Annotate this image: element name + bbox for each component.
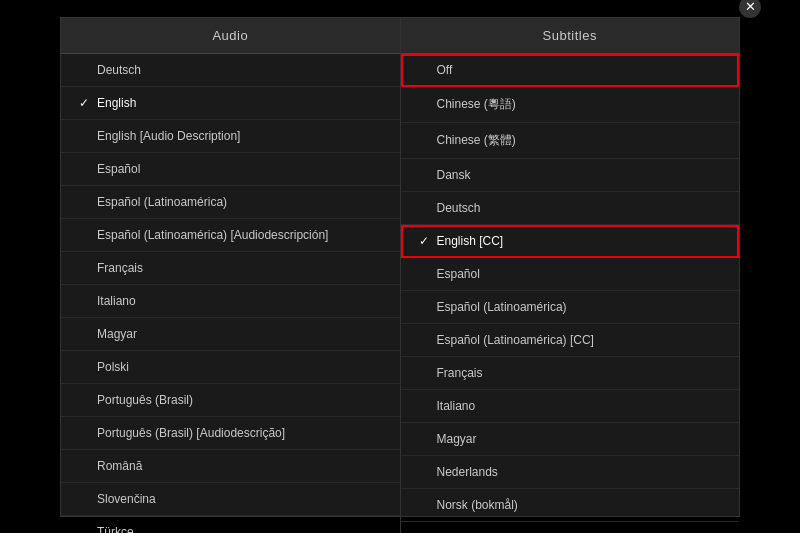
subtitle-item-espanol-lat[interactable]: Español (Latinoamérica): [401, 291, 740, 324]
checkmark-icon: ✓: [419, 234, 431, 248]
subtitle-item-label: Nederlands: [437, 465, 498, 479]
close-button[interactable]: ✕: [739, 0, 761, 18]
audio-header: Audio: [61, 18, 400, 54]
audio-item-espanol-lat[interactable]: Español (Latinoamérica): [61, 186, 400, 219]
audio-item-label: Deutsch: [97, 63, 141, 77]
audio-item-italiano[interactable]: Italiano: [61, 285, 400, 318]
subtitles-column: Subtitles OffChinese (粵語)Chinese (繁體)Dan…: [401, 18, 740, 534]
audio-item-polski[interactable]: Polski: [61, 351, 400, 384]
audio-item-espanol[interactable]: Español: [61, 153, 400, 186]
subtitle-item-label: Chinese (粵語): [437, 96, 516, 113]
audio-item-portugues-brasil-ad[interactable]: Português (Brasil) [Audiodescrição]: [61, 417, 400, 450]
audio-list: Deutsch✓EnglishEnglish [Audio Descriptio…: [61, 54, 400, 534]
subtitle-item-label: Español (Latinoamérica) [CC]: [437, 333, 594, 347]
audio-item-label: Italiano: [97, 294, 136, 308]
audio-item-label: Polski: [97, 360, 129, 374]
subtitles-list: OffChinese (粵語)Chinese (繁體)DanskDeutsch✓…: [401, 54, 740, 534]
audio-item-deutsch[interactable]: Deutsch: [61, 54, 400, 87]
audio-item-label: Español (Latinoamérica) [Audiodescripció…: [97, 228, 328, 242]
subtitle-item-nederlands[interactable]: Nederlands: [401, 456, 740, 489]
audio-item-english[interactable]: ✓English: [61, 87, 400, 120]
subtitle-item-magyar[interactable]: Magyar: [401, 423, 740, 456]
audio-item-slovencina[interactable]: Slovenčina: [61, 483, 400, 516]
subtitle-item-chinese-traditional[interactable]: Chinese (繁體): [401, 123, 740, 159]
subtitle-item-label: Italiano: [437, 399, 476, 413]
columns-container: Audio Deutsch✓EnglishEnglish [Audio Desc…: [61, 18, 739, 534]
subtitle-item-italiano[interactable]: Italiano: [401, 390, 740, 423]
audio-item-label: English: [97, 96, 136, 110]
subtitle-item-english-cc[interactable]: ✓English [CC]: [401, 225, 740, 258]
checkmark-icon: ✓: [79, 96, 91, 110]
subtitle-item-label: Español: [437, 267, 480, 281]
subtitle-item-label: Español (Latinoamérica): [437, 300, 567, 314]
audio-item-turkce[interactable]: Türkçe: [61, 516, 400, 534]
audio-item-label: Español (Latinoamérica): [97, 195, 227, 209]
audio-item-label: Română: [97, 459, 142, 473]
audio-item-label: Türkçe: [97, 525, 134, 534]
audio-item-label: Português (Brasil) [Audiodescrição]: [97, 426, 285, 440]
subtitle-item-deutsch[interactable]: Deutsch: [401, 192, 740, 225]
audio-column: Audio Deutsch✓EnglishEnglish [Audio Desc…: [61, 18, 401, 534]
audio-item-portugues-brasil[interactable]: Português (Brasil): [61, 384, 400, 417]
subtitle-item-label: Dansk: [437, 168, 471, 182]
audio-item-label: Magyar: [97, 327, 137, 341]
audio-item-magyar[interactable]: Magyar: [61, 318, 400, 351]
audio-item-francais[interactable]: Français: [61, 252, 400, 285]
audio-item-label: Español: [97, 162, 140, 176]
subtitle-item-label: Français: [437, 366, 483, 380]
audio-item-label: Français: [97, 261, 143, 275]
audio-item-label: English [Audio Description]: [97, 129, 240, 143]
subtitle-item-label: Off: [437, 63, 453, 77]
subtitle-item-norsk[interactable]: Norsk (bokmål): [401, 489, 740, 522]
audio-item-english-ad[interactable]: English [Audio Description]: [61, 120, 400, 153]
audio-item-label: Português (Brasil): [97, 393, 193, 407]
subtitle-item-espanol[interactable]: Español: [401, 258, 740, 291]
subtitle-item-polski[interactable]: Polski: [401, 522, 740, 534]
subtitles-header: Subtitles: [401, 18, 740, 54]
subtitle-item-off[interactable]: Off: [401, 54, 740, 87]
audio-item-romana[interactable]: Română: [61, 450, 400, 483]
audio-item-espanol-lat-ad[interactable]: Español (Latinoamérica) [Audiodescripció…: [61, 219, 400, 252]
subtitle-item-label: Magyar: [437, 432, 477, 446]
language-dialog: ✕ Audio Deutsch✓EnglishEnglish [Audio De…: [60, 17, 740, 517]
subtitle-item-dansk[interactable]: Dansk: [401, 159, 740, 192]
subtitle-item-label: Norsk (bokmål): [437, 498, 518, 512]
audio-item-label: Slovenčina: [97, 492, 156, 506]
subtitle-item-francais[interactable]: Français: [401, 357, 740, 390]
subtitle-item-label: English [CC]: [437, 234, 504, 248]
subtitle-item-label: Deutsch: [437, 201, 481, 215]
subtitle-item-chinese-cantonese[interactable]: Chinese (粵語): [401, 87, 740, 123]
subtitle-item-label: Chinese (繁體): [437, 132, 516, 149]
subtitle-item-espanol-lat-cc[interactable]: Español (Latinoamérica) [CC]: [401, 324, 740, 357]
